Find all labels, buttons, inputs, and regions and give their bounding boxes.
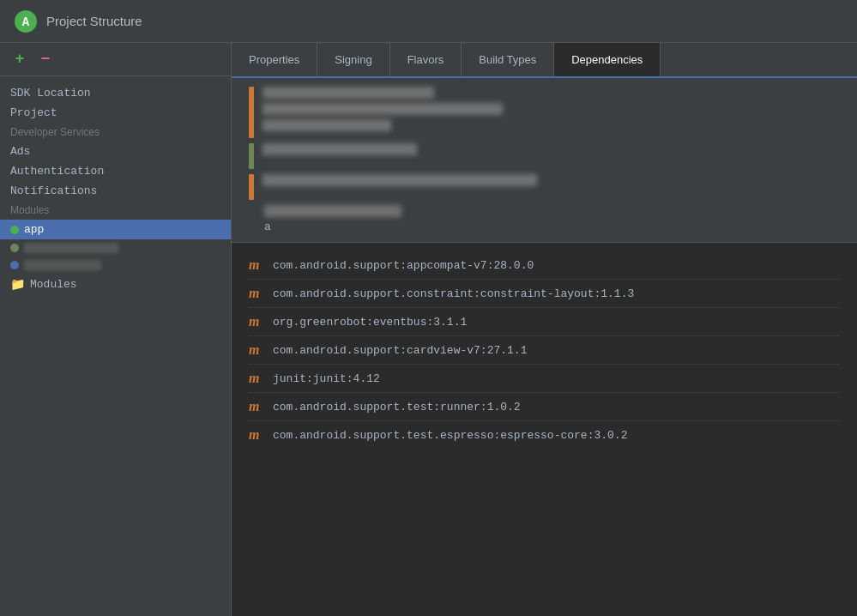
remove-button[interactable]: −	[36, 50, 55, 69]
sidebar-item-authentication[interactable]: Authentication	[0, 161, 231, 181]
dep-item-cardview: m com.android.support:cardview-v7:27.1.1	[249, 336, 840, 365]
sidebar-item-sdk-location[interactable]: SDK Location	[0, 83, 231, 103]
blur-bar-5	[263, 174, 537, 186]
sidebar-item-ads[interactable]: Ads	[0, 142, 231, 161]
dep-text-junit: junit:junit:4.12	[273, 372, 380, 385]
maven-icon-1: m	[249, 257, 264, 273]
blurred-row-3	[249, 174, 840, 200]
dep-text-appcompat: com.android.support:appcompat-v7:28.0.0	[273, 259, 534, 272]
orange-accent-1	[249, 87, 254, 138]
green-accent-1	[249, 143, 254, 169]
blurred-dot-1	[10, 244, 19, 252]
tab-build-types[interactable]: Build Types	[462, 43, 554, 76]
dep-item-testrunner: m com.android.support.test:runner:1.0.2	[249, 393, 840, 421]
blurred-row-1	[249, 87, 840, 138]
partial-text-row: a	[249, 220, 840, 233]
dep-text-espresso: com.android.support.test.espresso:espres…	[273, 429, 627, 442]
dep-text-testrunner: com.android.support.test:runner:1.0.2	[273, 401, 521, 414]
blurred-text-1	[24, 243, 118, 253]
blurred-content-3	[263, 174, 840, 200]
blurred-row-4	[249, 205, 840, 217]
blur-bar-2	[263, 103, 503, 115]
title-bar: A Project Structure	[0, 0, 857, 43]
dep-text-constraint: com.android.support.constraint:constrain…	[273, 287, 634, 300]
blur-bar-4	[263, 143, 417, 155]
dep-item-constraint: m com.android.support.constraint:constra…	[249, 280, 840, 308]
maven-icon-3: m	[249, 314, 264, 329]
sidebar-item-project[interactable]: Project	[0, 103, 231, 123]
dep-text-eventbus: org.greenrobot:eventbus:3.1.1	[273, 316, 467, 329]
blurred-content-2	[263, 143, 840, 169]
sidebar-toolbar: + −	[0, 43, 231, 76]
dep-item-junit: m junit:junit:4.12	[249, 365, 840, 393]
blur-bar-3	[263, 119, 391, 131]
app-logo: A	[14, 9, 38, 33]
sidebar-item-modules[interactable]: 📁 Modules	[0, 274, 231, 295]
app-status-dot	[10, 226, 19, 234]
blur-bar-6	[264, 205, 401, 217]
blurred-content-1	[263, 87, 840, 138]
window-title: Project Structure	[46, 14, 142, 28]
folder-icon: 📁	[10, 277, 25, 292]
tab-properties[interactable]: Properties	[232, 43, 317, 76]
dep-item-appcompat: m com.android.support:appcompat-v7:28.0.…	[249, 251, 840, 280]
maven-icon-7: m	[249, 427, 264, 443]
blurred-top-section: a	[232, 78, 857, 243]
sidebar-items: SDK Location Project Developer Services …	[0, 76, 231, 302]
orange-accent-2	[249, 174, 254, 200]
blur-bar-1	[263, 87, 434, 99]
svg-text:A: A	[22, 15, 30, 29]
content-area: Properties Signing Flavors Build Types D…	[232, 43, 857, 616]
tabs-bar: Properties Signing Flavors Build Types D…	[232, 43, 857, 78]
blurred-text-2	[24, 260, 101, 270]
blurred-row-2	[249, 143, 840, 169]
sidebar-item-notifications[interactable]: Notifications	[0, 181, 231, 201]
main-layout: + − SDK Location Project Developer Servi…	[0, 43, 857, 616]
dependencies-panel: a m com.android.support:appcompat-v7:28.…	[232, 78, 857, 616]
dep-text-cardview: com.android.support:cardview-v7:27.1.1	[273, 344, 527, 357]
blurred-sidebar-row-1	[0, 239, 231, 257]
sidebar-item-app[interactable]: app	[0, 220, 231, 239]
blurred-dot-2	[10, 261, 19, 269]
tab-dependencies[interactable]: Dependencies	[554, 43, 661, 78]
modules-section-label: Modules	[0, 201, 231, 220]
add-button[interactable]: +	[10, 50, 29, 69]
dep-item-espresso: m com.android.support.test.espresso:espr…	[249, 421, 840, 449]
tab-signing[interactable]: Signing	[317, 43, 389, 76]
sidebar: + − SDK Location Project Developer Servi…	[0, 43, 232, 616]
tab-flavors[interactable]: Flavors	[390, 43, 462, 76]
maven-icon-6: m	[249, 399, 264, 414]
blurred-sidebar-row-2	[0, 257, 231, 274]
developer-services-section: Developer Services	[0, 123, 231, 142]
maven-icon-2: m	[249, 286, 264, 301]
maven-icon-5: m	[249, 371, 264, 386]
dep-item-eventbus: m org.greenrobot:eventbus:3.1.1	[249, 308, 840, 336]
dependency-list: m com.android.support:appcompat-v7:28.0.…	[232, 243, 857, 457]
maven-icon-4: m	[249, 342, 264, 358]
